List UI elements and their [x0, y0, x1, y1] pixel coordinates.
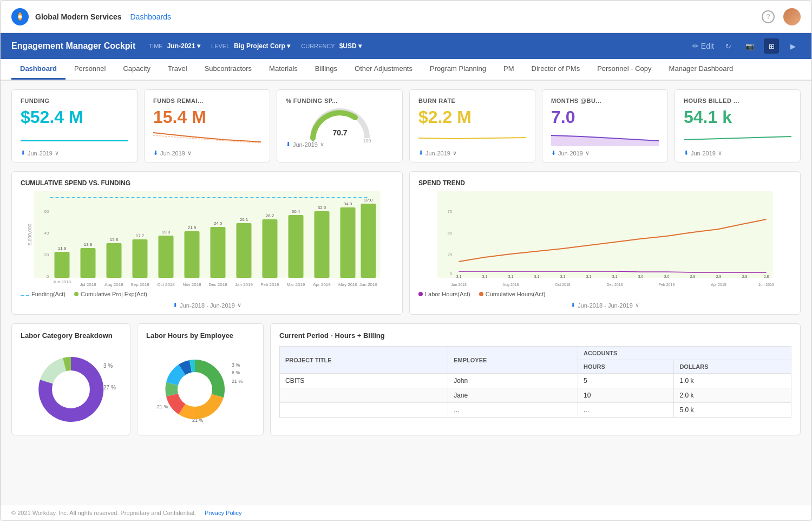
svg-rect-34 [361, 204, 376, 278]
kpi-hours-billed: HOURS BILLED ... 54.1 k ⬇ Jun-2019 ∨ [675, 89, 801, 162]
cell-hours: ... [578, 403, 674, 418]
svg-text:Dec 2018: Dec 2018 [208, 282, 227, 287]
kpi-months-value: 7.0 [551, 108, 659, 126]
tab-bar: Dashboard Personnel Capacity Travel Subc… [1, 59, 811, 81]
help-icon[interactable]: ? [762, 10, 775, 23]
svg-text:34.8: 34.8 [344, 201, 352, 206]
dashboards-link[interactable]: Dashboards [130, 12, 172, 21]
cell-dollars: 1.0 k [674, 374, 791, 388]
svg-rect-32 [340, 207, 356, 278]
kpi-row: FUNDING $52.4 M ⬇ Jun-2019 ∨ FUNDS REMAI… [11, 89, 801, 162]
svg-text:24.0: 24.0 [214, 221, 222, 226]
filter-time-value[interactable]: Jun-2021 ▾ [167, 42, 200, 50]
tab-program-planning[interactable]: Program Planning [421, 59, 495, 80]
current-period-card: Current Period - Hours + Billing PROJECT… [270, 323, 801, 435]
svg-text:Jan 2019: Jan 2019 [235, 282, 253, 287]
tab-dashboard[interactable]: Dashboard [11, 59, 66, 80]
svg-text:Feb 2019: Feb 2019 [659, 283, 675, 286]
tab-billings[interactable]: Billings [306, 59, 346, 80]
top-nav: Global Modern Services Dashboards ? [1, 1, 811, 33]
svg-rect-52 [437, 191, 773, 278]
svg-text:3 %: 3 % [232, 362, 240, 368]
svg-rect-16 [133, 239, 148, 278]
svg-text:Oct 2018: Oct 2018 [157, 282, 175, 287]
kpi-gauge-footer[interactable]: ⬇ Jun-2019 ∨ [286, 141, 394, 148]
kpi-funds-remaining: FUNDS REMAI... 15.4 M ⬇ Jun-2019 ∨ [144, 89, 270, 162]
svg-marker-5 [551, 135, 659, 146]
cell-employee: John [448, 374, 578, 388]
svg-text:Jun 2018: Jun 2018 [451, 283, 467, 286]
svg-text:21 %: 21 % [192, 418, 204, 423]
svg-text:May 2019: May 2019 [338, 282, 358, 287]
svg-text:Dec 2018: Dec 2018 [607, 283, 623, 286]
filter-currency-label: CURRENCY [301, 43, 335, 49]
cumulative-legend: Funding(Act) Cumulative Proj Exp(Act) [21, 291, 394, 297]
svg-text:6 %: 6 % [232, 370, 240, 375]
svg-text:70.7: 70.7 [332, 128, 347, 137]
filter-level-label: LEVEL [211, 43, 230, 49]
tab-director-pms[interactable]: Director of PMs [523, 59, 589, 80]
tab-manager-dashboard[interactable]: Manager Dashboard [660, 59, 742, 80]
kpi-months-bu: MONTHS @BU... 7.0 ⬇ Jun-2019 ∨ [542, 89, 668, 162]
svg-point-77 [52, 370, 90, 408]
labor-category-title: Labor Category Breakdown [21, 331, 121, 340]
tab-personnel[interactable]: Personnel [66, 59, 115, 80]
camera-button[interactable]: 📷 [742, 38, 757, 54]
kpi-funding: FUNDING $52.4 M ⬇ Jun-2019 ∨ [11, 89, 137, 162]
svg-text:20: 20 [44, 252, 49, 257]
tab-subcontractors[interactable]: Subcontractors [196, 59, 260, 80]
kpi-funding-footer[interactable]: ⬇ Jun-2019 ∨ [21, 149, 128, 157]
kpi-funding-label: FUNDING [21, 97, 128, 104]
spend-trend-title: SPEND TREND [418, 179, 791, 187]
svg-text:3.1: 3.1 [508, 275, 514, 278]
kpi-burn-footer[interactable]: ⬇ Jun-2019 ∨ [418, 149, 526, 157]
main-content: FUNDING $52.4 M ⬇ Jun-2019 ∨ FUNDS REMAI… [1, 81, 811, 505]
tab-pm[interactable]: PM [495, 59, 523, 80]
svg-text:2.9: 2.9 [742, 275, 748, 278]
svg-text:0: 0 [47, 274, 49, 279]
svg-text:3 %: 3 % [103, 363, 113, 369]
kpi-funding-spent: % FUNDING SP... 70.7 0 100 ⬇ Jun-2019 ∨ [277, 89, 403, 162]
col-accounts: ACCOUNTS [578, 347, 791, 360]
svg-text:25: 25 [448, 252, 453, 257]
svg-text:32.6: 32.6 [318, 205, 326, 210]
tab-travel[interactable]: Travel [159, 59, 196, 80]
kpi-funds-footer[interactable]: ⬇ Jun-2019 ∨ [153, 149, 261, 157]
spend-trend-footer[interactable]: ⬇ Jun-2018 - Jun-2019 ∨ [418, 302, 791, 309]
tab-other-adjustments[interactable]: Other Adjustments [346, 59, 421, 80]
svg-point-80 [178, 372, 212, 407]
cell-employee: Jane [448, 388, 578, 403]
kpi-hours-footer[interactable]: ⬇ Jun-2019 ∨ [684, 149, 791, 157]
cell-hours: 5 [578, 374, 674, 388]
filter-currency-value[interactable]: $USD ▾ [339, 42, 362, 50]
kpi-funds-label: FUNDS REMAI... [153, 97, 261, 104]
spend-trend-chart: 0 25 50 75 3.1 3.1 3.1 3.1 3.1 [418, 191, 791, 289]
svg-text:3.1: 3.1 [482, 275, 488, 278]
svg-text:60: 60 [44, 209, 49, 214]
labor-hours-title: Labor Hours by Employee [146, 331, 254, 340]
tab-personnel-copy[interactable]: Personnel - Copy [588, 59, 660, 80]
svg-rect-9 [55, 252, 70, 278]
privacy-policy-link[interactable]: Privacy Policy [205, 510, 241, 516]
refresh-button[interactable]: ↻ [721, 38, 736, 54]
edit-button[interactable]: ✏ Edit [692, 42, 714, 50]
current-period-title: Current Period - Hours + Billing [279, 331, 791, 340]
avatar[interactable] [783, 8, 801, 25]
svg-text:3.1: 3.1 [534, 275, 540, 278]
svg-text:3.1: 3.1 [586, 275, 592, 278]
kpi-months-footer[interactable]: ⬇ Jun-2019 ∨ [551, 149, 659, 157]
svg-text:Aug 2018: Aug 2018 [503, 283, 519, 287]
video-button[interactable]: ▶ [785, 38, 801, 54]
svg-text:3.0: 3.0 [638, 275, 644, 278]
svg-rect-20 [185, 231, 200, 278]
cell-dollars: 5.0 k [674, 403, 791, 418]
tab-capacity[interactable]: Capacity [114, 59, 159, 80]
grid-button[interactable]: ⊞ [764, 38, 779, 54]
kpi-hours-label: HOURS BILLED ... [684, 97, 791, 104]
tab-materials[interactable]: Materials [260, 59, 306, 80]
cumulative-footer[interactable]: ⬇ Jun-2018 - Jun-2019 ∨ [21, 302, 394, 309]
svg-rect-18 [159, 236, 174, 278]
svg-text:2.9: 2.9 [690, 275, 696, 278]
filter-level-value[interactable]: Big Project Corp ▾ [234, 42, 290, 50]
labor-hours-chart: 3 % 6 % 21 % 21 % 21 % [146, 346, 254, 427]
